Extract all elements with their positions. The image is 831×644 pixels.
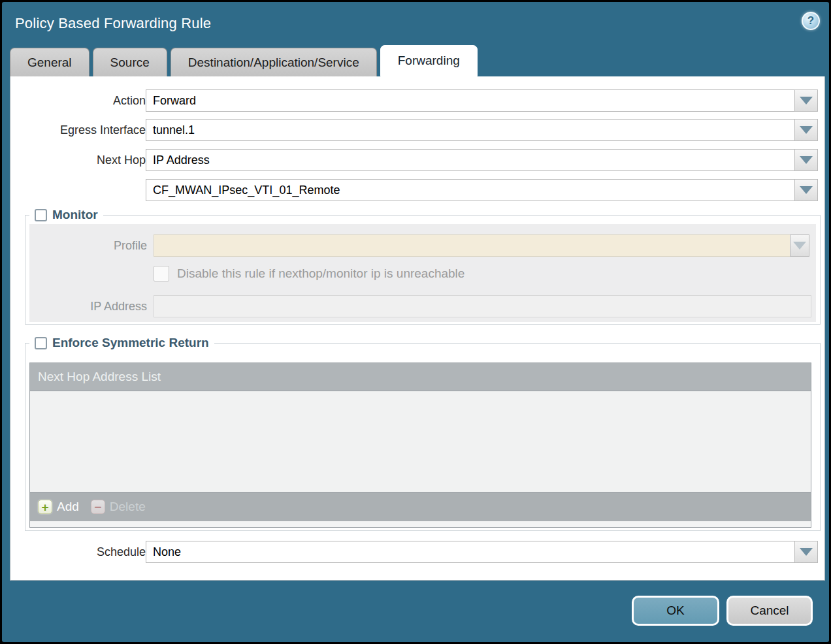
action-dropdown-button[interactable] xyxy=(794,89,818,112)
forwarding-tab-panel: Action Forward Egress Interface tunnel.1… xyxy=(10,76,825,581)
tab-forwarding[interactable]: Forwarding xyxy=(380,45,478,76)
delete-button: − Delete xyxy=(91,500,146,514)
next-hop-address-list-footer: + Add − Delete xyxy=(30,492,811,521)
tab-source-label: Source xyxy=(110,56,150,70)
egress-interface-dropdown-button[interactable] xyxy=(794,119,818,141)
monitor-legend-label: Monitor xyxy=(52,208,98,222)
tab-general[interactable]: General xyxy=(10,48,90,76)
ok-button-label: OK xyxy=(666,604,684,618)
screenshot-frame: Policy Based Forwarding Rule ? General S… xyxy=(0,0,831,644)
next-hop-dropdown-button[interactable] xyxy=(794,149,818,171)
action-select[interactable]: Forward xyxy=(146,89,795,112)
chevron-down-icon xyxy=(800,97,813,105)
profile-select xyxy=(154,234,790,257)
help-icon[interactable]: ? xyxy=(802,12,820,30)
monitor-legend: Monitor xyxy=(29,208,103,222)
tab-source[interactable]: Source xyxy=(93,48,167,76)
monitor-panel: Profile Disable this rule if nexthop/mon… xyxy=(29,224,816,322)
tab-destination-application-service-label: Destination/Application/Service xyxy=(188,56,359,70)
next-hop-label: Next Hop xyxy=(18,149,146,171)
chevron-down-icon xyxy=(800,156,813,164)
profile-dropdown-button xyxy=(790,234,809,257)
add-button-label: Add xyxy=(57,500,79,514)
next-hop-address-dropdown-button[interactable] xyxy=(794,179,818,201)
monitor-ip-address-label: IP Address xyxy=(29,295,147,317)
table-scroll-strip xyxy=(30,521,811,527)
tab-destination-application-service[interactable]: Destination/Application/Service xyxy=(171,48,377,76)
monitor-ip-address-input xyxy=(154,295,811,317)
cancel-button[interactable]: Cancel xyxy=(726,596,813,626)
action-label: Action xyxy=(18,89,146,112)
next-hop-address-list-header-label: Next Hop Address List xyxy=(38,370,161,384)
schedule-label: Schedule xyxy=(18,541,146,563)
chevron-down-icon xyxy=(793,242,806,250)
next-hop-address-list-header: Next Hop Address List xyxy=(30,363,811,391)
enforce-symmetric-return-checkbox[interactable] xyxy=(35,337,47,349)
cancel-button-label: Cancel xyxy=(750,604,789,618)
egress-interface-select[interactable]: tunnel.1 xyxy=(146,119,795,141)
schedule-select[interactable]: None xyxy=(146,541,795,563)
profile-label: Profile xyxy=(29,234,147,257)
tab-forwarding-label: Forwarding xyxy=(398,54,460,68)
minus-icon: − xyxy=(91,500,105,514)
help-glyph: ? xyxy=(807,14,814,27)
next-hop-address-list-body[interactable] xyxy=(30,391,811,492)
dialog-title: Policy Based Forwarding Rule xyxy=(15,15,211,32)
next-hop-address-select[interactable]: CF_MWAN_IPsec_VTI_01_Remote xyxy=(146,179,795,201)
chevron-down-icon xyxy=(800,548,813,556)
egress-interface-label: Egress Interface xyxy=(18,119,146,141)
monitor-checkbox[interactable] xyxy=(35,209,47,221)
disable-rule-label: Disable this rule if nexthop/monitor ip … xyxy=(177,266,464,282)
plus-icon: + xyxy=(38,500,52,514)
enforce-symmetric-return-section: Enforce Symmetric Return Next Hop Addres… xyxy=(25,343,821,531)
next-hop-address-list-table: Next Hop Address List + Add − Delete xyxy=(29,362,811,528)
disable-rule-checkbox xyxy=(154,266,169,282)
next-hop-type-select[interactable]: IP Address xyxy=(146,149,795,171)
ok-button[interactable]: OK xyxy=(632,596,719,626)
monitor-section: Monitor Profile Disable this rule if nex… xyxy=(25,215,821,325)
policy-based-forwarding-dialog: Policy Based Forwarding Rule ? General S… xyxy=(2,2,829,642)
tab-bar: General Source Destination/Application/S… xyxy=(10,45,478,76)
enforce-symmetric-return-legend-label: Enforce Symmetric Return xyxy=(52,336,209,350)
add-button[interactable]: + Add xyxy=(38,500,79,514)
delete-button-label: Delete xyxy=(110,500,146,514)
chevron-down-icon xyxy=(800,186,813,194)
enforce-symmetric-return-legend: Enforce Symmetric Return xyxy=(29,336,214,350)
tab-general-label: General xyxy=(27,56,72,70)
schedule-dropdown-button[interactable] xyxy=(794,541,818,563)
chevron-down-icon xyxy=(800,126,813,134)
